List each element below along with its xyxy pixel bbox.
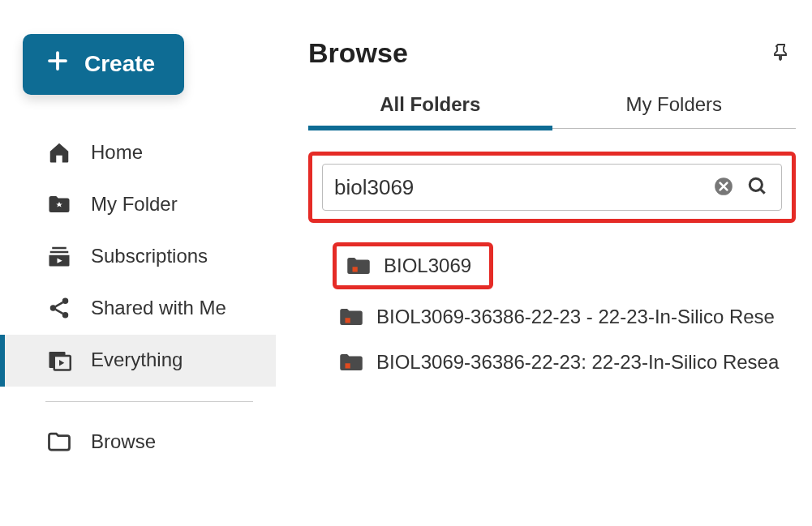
search-input[interactable] — [334, 175, 711, 200]
page-title: Browse — [308, 37, 408, 69]
search-button[interactable] — [745, 174, 770, 201]
nav-label: Shared with Me — [91, 297, 226, 319]
nav-label: Browse — [91, 430, 156, 453]
svg-rect-9 — [346, 363, 350, 368]
main-content: Browse All Folders My Folders — [276, 0, 812, 526]
nav-label: Everything — [91, 349, 183, 371]
tabs: All Folders My Folders — [308, 87, 796, 129]
everything-icon — [45, 348, 73, 372]
nav-item-browse[interactable]: Browse — [0, 417, 276, 468]
nav-label: My Folder — [91, 193, 178, 216]
search-box — [322, 164, 782, 211]
nav-divider — [45, 401, 253, 402]
svg-rect-8 — [346, 318, 350, 323]
search-highlight — [308, 152, 796, 223]
svg-rect-7 — [353, 267, 358, 272]
main-header: Browse — [308, 37, 796, 69]
nav-item-subscriptions[interactable]: Subscriptions — [0, 231, 276, 283]
result-label: BIOL3069 — [384, 254, 471, 277]
result-label: BIOL3069-36386-22-23 - 22-23-In-Silico R… — [376, 306, 775, 328]
search-icons — [711, 174, 770, 201]
svg-point-6 — [750, 178, 762, 190]
pin-button[interactable] — [767, 37, 796, 69]
home-icon — [45, 140, 73, 165]
svg-point-2 — [62, 312, 69, 319]
svg-point-1 — [62, 298, 69, 305]
result-item[interactable]: BIOL3069-36386-22-23: 22-23-In-Silico Re… — [333, 341, 796, 383]
search-icon — [747, 187, 768, 199]
nav-item-shared[interactable]: Shared with Me — [0, 283, 276, 335]
clear-icon — [713, 187, 734, 199]
browse-folder-icon — [45, 430, 73, 454]
nav-item-everything[interactable]: Everything — [0, 335, 276, 387]
plus-icon — [45, 49, 84, 79]
result-label: BIOL3069-36386-22-23: 22-23-In-Silico Re… — [376, 351, 779, 374]
nav-list: Home My Folder Subscriptions Shared with… — [0, 127, 276, 468]
svg-point-0 — [50, 305, 57, 311]
subscriptions-icon — [45, 244, 73, 268]
folder-icon — [339, 306, 363, 327]
results-list: BIOL3069 BIOL3069-36386-22-23 - 22-23-In… — [308, 242, 796, 383]
folder-icon — [346, 255, 371, 276]
nav-item-home[interactable]: Home — [0, 127, 276, 179]
pin-icon — [771, 52, 791, 64]
nav-item-my-folder[interactable]: My Folder — [0, 179, 276, 231]
share-icon — [45, 296, 73, 320]
create-label: Create — [84, 51, 155, 77]
result-item[interactable]: BIOL3069-36386-22-23 - 22-23-In-Silico R… — [333, 296, 796, 338]
folder-icon — [339, 352, 363, 373]
nav-label: Subscriptions — [91, 245, 208, 267]
sidebar: Create Home My Folder Subscriptions Shar… — [0, 0, 276, 526]
result-item-highlighted[interactable]: BIOL3069 — [333, 242, 493, 289]
tab-all-folders[interactable]: All Folders — [308, 87, 552, 130]
my-folder-icon — [45, 192, 73, 216]
create-button[interactable]: Create — [23, 34, 184, 95]
tab-my-folders[interactable]: My Folders — [552, 87, 797, 128]
clear-search-button[interactable] — [711, 174, 736, 201]
nav-label: Home — [91, 141, 143, 164]
